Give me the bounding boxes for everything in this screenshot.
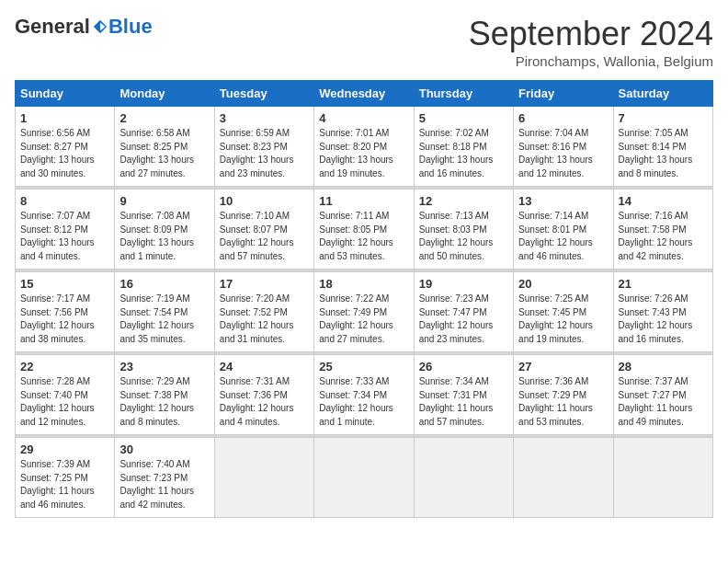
day-detail: Sunrise: 7:04 AMSunset: 8:16 PMDaylight:… [518,127,608,180]
weekday-header-thursday: Thursday [414,81,513,107]
calendar-cell: 4Sunrise: 7:01 AMSunset: 8:20 PMDaylight… [314,107,414,187]
day-number: 7 [619,111,708,125]
day-number: 21 [619,277,708,291]
day-number: 26 [419,360,508,373]
calendar-cell: 2Sunrise: 6:58 AMSunset: 8:25 PMDaylight… [115,107,214,187]
page-header: General Blue September 2024 Pironchamps,… [15,15,713,69]
calendar-cell: 16Sunrise: 7:19 AMSunset: 7:54 PMDayligh… [115,272,214,352]
calendar-cell: 11Sunrise: 7:11 AMSunset: 8:05 PMDayligh… [314,190,414,270]
weekday-header-sunday: Sunday [16,81,115,107]
day-number: 22 [20,360,109,373]
day-number: 19 [419,277,508,291]
calendar-cell [214,438,313,518]
day-detail: Sunrise: 7:13 AMSunset: 8:03 PMDaylight:… [419,210,508,263]
day-number: 25 [319,360,408,373]
calendar-cell: 12Sunrise: 7:13 AMSunset: 8:03 PMDayligh… [414,190,513,270]
calendar-cell: 19Sunrise: 7:23 AMSunset: 7:47 PMDayligh… [414,272,513,352]
calendar-cell: 1Sunrise: 6:56 AMSunset: 8:27 PMDaylight… [16,107,115,187]
calendar-week-row: 1Sunrise: 6:56 AMSunset: 8:27 PMDaylight… [16,107,713,187]
day-number: 16 [119,277,209,291]
day-detail: Sunrise: 7:19 AMSunset: 7:54 PMDaylight:… [119,293,209,346]
calendar-cell: 7Sunrise: 7:05 AMSunset: 8:14 PMDaylight… [613,107,712,187]
day-detail: Sunrise: 7:25 AMSunset: 7:45 PMDaylight:… [518,293,608,346]
day-detail: Sunrise: 7:05 AMSunset: 8:14 PMDaylight:… [619,127,708,180]
day-number: 17 [220,277,309,291]
day-number: 8 [20,194,109,208]
day-number: 24 [220,360,309,373]
calendar-cell: 14Sunrise: 7:16 AMSunset: 7:58 PMDayligh… [613,190,712,270]
calendar-cell: 6Sunrise: 7:04 AMSunset: 8:16 PMDaylight… [514,107,613,187]
calendar-cell: 20Sunrise: 7:25 AMSunset: 7:45 PMDayligh… [514,272,613,352]
calendar-week-row: 29Sunrise: 7:39 AMSunset: 7:25 PMDayligh… [16,438,713,518]
logo-blue: Blue [108,15,153,39]
day-detail: Sunrise: 7:33 AMSunset: 7:34 PMDaylight:… [319,375,408,429]
day-number: 30 [119,442,209,456]
month-title: September 2024 [469,15,713,53]
calendar-week-row: 15Sunrise: 7:17 AMSunset: 7:56 PMDayligh… [16,272,713,352]
logo: General Blue [15,15,153,39]
day-number: 9 [119,194,209,208]
day-detail: Sunrise: 7:40 AMSunset: 7:23 PMDaylight:… [119,458,209,511]
day-number: 20 [518,277,608,291]
day-detail: Sunrise: 7:23 AMSunset: 7:47 PMDaylight:… [419,293,508,346]
day-number: 15 [20,277,109,291]
day-number: 11 [319,194,408,208]
day-detail: Sunrise: 7:36 AMSunset: 7:29 PMDaylight:… [518,375,608,429]
calendar-cell: 22Sunrise: 7:28 AMSunset: 7:40 PMDayligh… [16,355,115,435]
calendar-cell [414,438,513,518]
day-detail: Sunrise: 7:01 AMSunset: 8:20 PMDaylight:… [319,127,408,180]
day-detail: Sunrise: 7:29 AMSunset: 7:38 PMDaylight:… [119,375,209,429]
day-detail: Sunrise: 7:14 AMSunset: 8:01 PMDaylight:… [518,210,608,263]
day-number: 5 [419,111,508,125]
calendar-cell: 8Sunrise: 7:07 AMSunset: 8:12 PMDaylight… [16,190,115,270]
day-number: 10 [220,194,309,208]
day-detail: Sunrise: 7:07 AMSunset: 8:12 PMDaylight:… [20,210,109,263]
day-detail: Sunrise: 7:20 AMSunset: 7:52 PMDaylight:… [220,293,309,346]
calendar-cell [314,438,414,518]
day-detail: Sunrise: 7:10 AMSunset: 8:07 PMDaylight:… [220,210,309,263]
day-detail: Sunrise: 7:22 AMSunset: 7:49 PMDaylight:… [319,293,408,346]
calendar-cell: 9Sunrise: 7:08 AMSunset: 8:09 PMDaylight… [115,190,214,270]
day-detail: Sunrise: 7:08 AMSunset: 8:09 PMDaylight:… [119,210,209,263]
day-detail: Sunrise: 7:28 AMSunset: 7:40 PMDaylight:… [20,375,109,429]
logo-icon [92,18,108,35]
calendar-cell: 29Sunrise: 7:39 AMSunset: 7:25 PMDayligh… [16,438,115,518]
weekday-header-saturday: Saturday [613,81,712,107]
day-detail: Sunrise: 6:58 AMSunset: 8:25 PMDaylight:… [119,127,209,180]
day-detail: Sunrise: 6:59 AMSunset: 8:23 PMDaylight:… [220,127,309,180]
day-number: 4 [319,111,408,125]
calendar-cell: 3Sunrise: 6:59 AMSunset: 8:23 PMDaylight… [214,107,313,187]
calendar-cell: 21Sunrise: 7:26 AMSunset: 7:43 PMDayligh… [613,272,712,352]
calendar-cell: 25Sunrise: 7:33 AMSunset: 7:34 PMDayligh… [314,355,414,435]
day-number: 18 [319,277,408,291]
day-number: 27 [518,360,608,373]
day-detail: Sunrise: 7:02 AMSunset: 8:18 PMDaylight:… [419,127,508,180]
day-number: 23 [119,360,209,373]
weekday-header-tuesday: Tuesday [214,81,313,107]
day-number: 1 [20,111,109,125]
day-number: 28 [619,360,708,373]
calendar-cell: 23Sunrise: 7:29 AMSunset: 7:38 PMDayligh… [115,355,214,435]
day-detail: Sunrise: 7:17 AMSunset: 7:56 PMDaylight:… [20,293,109,346]
day-number: 12 [419,194,508,208]
day-detail: Sunrise: 7:39 AMSunset: 7:25 PMDaylight:… [20,458,109,511]
calendar-table: SundayMondayTuesdayWednesdayThursdayFrid… [15,80,713,518]
calendar-week-row: 8Sunrise: 7:07 AMSunset: 8:12 PMDaylight… [16,190,713,270]
calendar-cell: 26Sunrise: 7:34 AMSunset: 7:31 PMDayligh… [414,355,513,435]
calendar-cell: 13Sunrise: 7:14 AMSunset: 8:01 PMDayligh… [514,190,613,270]
day-number: 14 [619,194,708,208]
day-detail: Sunrise: 7:37 AMSunset: 7:27 PMDaylight:… [619,375,708,429]
calendar-cell [613,438,712,518]
day-detail: Sunrise: 7:31 AMSunset: 7:36 PMDaylight:… [220,375,309,429]
calendar-cell: 28Sunrise: 7:37 AMSunset: 7:27 PMDayligh… [613,355,712,435]
calendar-cell: 5Sunrise: 7:02 AMSunset: 8:18 PMDaylight… [414,107,513,187]
calendar-cell: 27Sunrise: 7:36 AMSunset: 7:29 PMDayligh… [514,355,613,435]
weekday-header-wednesday: Wednesday [314,81,414,107]
day-detail: Sunrise: 7:11 AMSunset: 8:05 PMDaylight:… [319,210,408,263]
location: Pironchamps, Wallonia, Belgium [469,53,713,69]
calendar-cell: 24Sunrise: 7:31 AMSunset: 7:36 PMDayligh… [214,355,313,435]
day-number: 2 [119,111,209,125]
day-detail: Sunrise: 7:16 AMSunset: 7:58 PMDaylight:… [619,210,708,263]
calendar-cell: 17Sunrise: 7:20 AMSunset: 7:52 PMDayligh… [214,272,313,352]
calendar-cell: 30Sunrise: 7:40 AMSunset: 7:23 PMDayligh… [115,438,214,518]
